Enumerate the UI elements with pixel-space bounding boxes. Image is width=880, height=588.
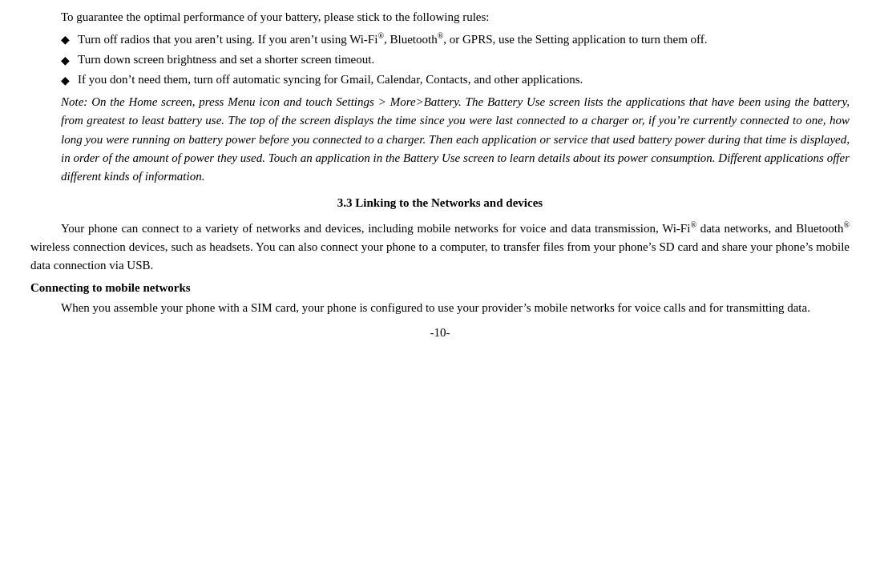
- intro-text: To guarantee the optimal performance of …: [30, 8, 850, 26]
- bullet-icon: ◆: [61, 52, 70, 70]
- section-heading: 3.3 Linking to the Networks and devices: [30, 194, 850, 212]
- body-paragraph-1: Your phone can connect to a variety of n…: [30, 219, 850, 276]
- bullet-icon: ◆: [61, 72, 70, 90]
- page-container: To guarantee the optimal performance of …: [0, 0, 880, 588]
- list-item: ◆ Turn off radios that you aren’t using.…: [61, 30, 850, 49]
- note-text: Note: On the Home screen, press Menu ico…: [61, 95, 850, 183]
- bullet-list: ◆ Turn off radios that you aren’t using.…: [61, 30, 850, 91]
- note-block: Note: On the Home screen, press Menu ico…: [61, 93, 850, 186]
- bullet-icon: ◆: [61, 31, 70, 49]
- bullet-text: Turn down screen brightness and set a sh…: [78, 50, 850, 69]
- body-paragraph-2: When you assemble your phone with a SIM …: [30, 299, 850, 317]
- bullet-text: Turn off radios that you aren’t using. I…: [78, 30, 850, 49]
- bullet-text: If you don’t need them, turn off automat…: [78, 70, 850, 89]
- connecting-heading: Connecting to mobile networks: [30, 279, 850, 297]
- page-number: -10-: [30, 324, 850, 342]
- list-item: ◆ Turn down screen brightness and set a …: [61, 50, 850, 70]
- list-item: ◆ If you don’t need them, turn off autom…: [61, 70, 850, 90]
